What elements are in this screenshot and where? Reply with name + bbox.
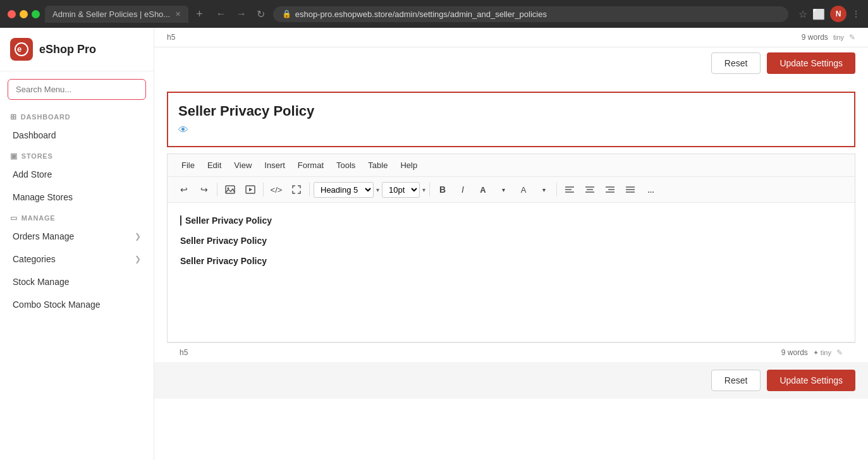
font-size-select[interactable]: 10pt 12pt 14pt <box>382 182 420 198</box>
highlight-dropdown[interactable]: ▾ <box>535 181 553 198</box>
toolbar-divider-4 <box>429 183 430 197</box>
policy-title: Seller Privacy Policy <box>178 103 844 119</box>
extensions-button[interactable]: ⬜ <box>812 8 825 20</box>
insert-video-button[interactable] <box>241 181 259 198</box>
sidebar-item-stock-manage[interactable]: Stock Manage <box>0 270 154 293</box>
more-button[interactable]: ... <box>642 181 659 198</box>
reset-button-bottom[interactable]: Reset <box>711 370 761 391</box>
sidebar-item-combo-stock-label: Combo Stock Manage <box>13 300 141 310</box>
section-manage-label: MANAGE <box>21 214 56 222</box>
categories-chevron-icon: ❯ <box>135 255 141 263</box>
svg-point-3 <box>228 188 229 190</box>
eye-icon[interactable]: 👁 <box>178 124 844 136</box>
tiny-logo-bottom: ✦ tiny <box>813 349 831 357</box>
reset-button-top[interactable]: Reset <box>711 52 761 74</box>
menu-file[interactable]: File <box>175 158 201 172</box>
lock-icon: 🔒 <box>282 9 291 18</box>
sidebar-item-manage-stores-label: Manage Stores <box>13 192 141 202</box>
editor-toolbar: ↩ ↪ </> Heading 5 <box>168 177 855 203</box>
section-dashboard-label: DASHBOARD <box>21 113 71 121</box>
new-tab-button[interactable]: + <box>196 8 203 21</box>
highlight-button[interactable]: A <box>515 181 532 198</box>
menu-edit[interactable]: Edit <box>201 158 228 172</box>
undo-button[interactable]: ↩ <box>175 181 193 198</box>
toolbar-divider-1 <box>217 183 217 197</box>
pencil-icon[interactable]: ✎ <box>849 33 855 42</box>
align-center-button[interactable] <box>581 181 599 198</box>
sidebar-item-combo-stock[interactable]: Combo Stock Manage <box>0 293 154 316</box>
font-color-button[interactable]: A <box>474 181 492 198</box>
menu-tools[interactable]: Tools <box>330 158 362 172</box>
section-manage: ▭ MANAGE <box>0 209 154 225</box>
policy-title-box[interactable]: Seller Privacy Policy 👁 <box>167 92 855 147</box>
code-view-button[interactable]: </> <box>267 181 285 198</box>
align-right-button[interactable] <box>601 181 619 198</box>
action-buttons-bottom: Reset Update Settings <box>154 362 868 399</box>
tab-close-button[interactable]: ✕ <box>175 10 181 18</box>
fullscreen-button[interactable] <box>288 181 305 198</box>
sidebar-item-add-store[interactable]: Add Store <box>0 163 154 186</box>
forward-button[interactable]: → <box>233 7 250 21</box>
italic-button[interactable]: I <box>454 181 472 198</box>
insert-image-button[interactable] <box>221 181 239 198</box>
sidebar-item-orders-manage[interactable]: Orders Manage ❯ <box>0 225 154 248</box>
action-buttons-top: Reset Update Settings <box>154 47 868 79</box>
sidebar-logo: e eShop Pro <box>0 28 154 71</box>
back-button[interactable]: ← <box>213 7 229 21</box>
sidebar-item-manage-stores[interactable]: Manage Stores <box>0 186 154 209</box>
search-menu-input[interactable] <box>8 79 146 100</box>
font-color-dropdown[interactable]: ▾ <box>494 181 512 198</box>
menu-view[interactable]: View <box>228 158 258 172</box>
section-dashboard: ⊞ DASHBOARD <box>0 107 154 124</box>
close-dot[interactable] <box>8 10 16 18</box>
justify-button[interactable] <box>621 181 639 198</box>
browser-chrome: Admin & Seller Policies | eSho... ✕ + ← … <box>0 0 868 28</box>
toolbar-divider-2 <box>263 183 264 197</box>
tinymce-editor[interactable]: File Edit View Insert Format Tools Table… <box>167 154 855 342</box>
stores-section-icon: ▣ <box>10 152 18 160</box>
fontsize-chevron-icon: ▾ <box>422 186 425 193</box>
editor-menubar: File Edit View Insert Format Tools Table… <box>168 154 855 177</box>
editor-body[interactable]: Seller Privacy Policy Seller Privacy Pol… <box>168 203 855 342</box>
sidebar-item-add-store-label: Add Store <box>13 169 141 179</box>
bold-button[interactable]: B <box>434 181 451 198</box>
top-word-count: 9 words <box>802 33 828 42</box>
maximize-dot[interactable] <box>32 10 40 18</box>
browser-tab[interactable]: Admin & Seller Policies | eSho... ✕ <box>45 6 188 23</box>
editor-line-2: Seller Privacy Policy <box>180 236 842 246</box>
top-status-bar: h5 9 words tiny ✎ <box>154 28 868 47</box>
svg-text:e: e <box>17 44 21 54</box>
update-settings-button-top[interactable]: Update Settings <box>767 52 855 74</box>
browser-navigation: ← → ↻ <box>213 7 268 21</box>
sidebar-item-categories-label: Categories <box>13 254 135 264</box>
reload-button[interactable]: ↻ <box>254 7 268 21</box>
align-left-button[interactable] <box>561 181 578 198</box>
logo-text: eShop Pro <box>39 43 96 56</box>
manage-section-icon: ▭ <box>10 214 18 222</box>
update-settings-button-bottom[interactable]: Update Settings <box>767 370 855 391</box>
editor-line-1: Seller Privacy Policy <box>180 215 842 226</box>
redo-button[interactable]: ↪ <box>195 181 213 198</box>
section-stores-label: STORES <box>21 152 53 160</box>
logo-icon: e <box>10 38 33 61</box>
url-text: eshop-pro.eshopweb.store/admin/settings/… <box>295 9 547 19</box>
svg-marker-5 <box>249 188 252 191</box>
main-content: h5 9 words tiny ✎ Reset Update Settings … <box>154 28 868 460</box>
address-bar[interactable]: 🔒 eshop-pro.eshopweb.store/admin/setting… <box>273 6 788 22</box>
toolbar-divider-5 <box>556 183 557 197</box>
menu-help[interactable]: Help <box>394 158 424 172</box>
menu-insert[interactable]: Insert <box>258 158 291 172</box>
pencil-icon-bottom[interactable]: ✎ <box>836 348 843 357</box>
browser-menu-button[interactable]: ⋮ <box>852 9 860 19</box>
bottom-status-bar: h5 9 words ✦ tiny ✎ <box>167 342 855 362</box>
heading-select[interactable]: Heading 5 Heading 1 Heading 2 Heading 3 … <box>314 182 374 198</box>
menu-table[interactable]: Table <box>362 158 394 172</box>
bookmark-button[interactable]: ☆ <box>798 8 807 20</box>
sidebar-item-dashboard-label: Dashboard <box>13 130 141 140</box>
sidebar-item-dashboard[interactable]: Dashboard <box>0 124 154 147</box>
sidebar-item-categories[interactable]: Categories ❯ <box>0 248 154 270</box>
menu-format[interactable]: Format <box>291 158 330 172</box>
profile-avatar[interactable]: N <box>830 6 847 22</box>
minimize-dot[interactable] <box>20 10 28 18</box>
sidebar: e eShop Pro ⊞ DASHBOARD Dashboard ▣ STOR… <box>0 28 154 460</box>
